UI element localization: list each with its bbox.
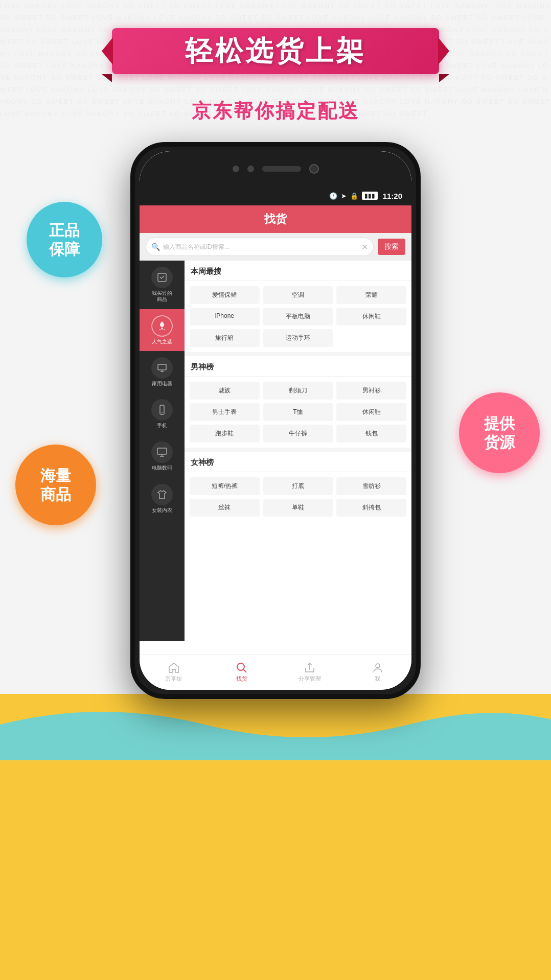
phone-speaker-grille — [262, 166, 301, 172]
tag-chiffon[interactable]: 雪纺衫 — [336, 477, 406, 495]
tag-running[interactable]: 跑步鞋 — [190, 425, 260, 442]
tag-casual-shoes2[interactable]: 休闲鞋 — [336, 403, 406, 421]
nav-share-icon — [304, 662, 316, 674]
status-battery-icon: ▮▮▮ — [362, 192, 378, 200]
ribbon-body: 轻松选货上架 — [112, 28, 439, 74]
nav-find-icon — [236, 662, 248, 674]
section-title-weekly: 本周最搜 — [185, 261, 411, 281]
sidebar-item-clothing[interactable]: 女装内衣 — [140, 478, 185, 520]
sidebar-item-popular[interactable]: 人气之选 — [140, 309, 185, 351]
phone-camera-lens — [309, 164, 319, 174]
svg-rect-4 — [158, 364, 166, 370]
tag-jeans[interactable]: 牛仔裤 — [263, 425, 333, 442]
main-content-area: 我买过的商品 人气之选 — [140, 261, 411, 641]
section-weekly-hot: 本周最搜 爱情保鲜 空调 荣耀 iPhone 平板电脑 休闲鞋 旅行箱 运动手环 — [185, 261, 411, 352]
bubble-tigong: 提供 货源 — [459, 392, 540, 473]
bubble-tigong-line1: 提供 — [484, 414, 515, 433]
search-input-placeholder: 输入商品名称或ID搜索... — [163, 243, 358, 251]
status-clock-icon: 🕐 — [329, 192, 337, 200]
search-bar[interactable]: 🔍 输入商品名称或ID搜索... ✕ 搜索 — [140, 233, 411, 261]
sidebar-icon-appliance — [151, 357, 173, 379]
svg-point-1 — [161, 328, 163, 330]
phone-top-bar — [140, 151, 411, 186]
tag-iphone[interactable]: iPhone — [190, 308, 260, 325]
banner-ribbon: 轻松选货上架 — [112, 28, 439, 79]
ribbon-fold-left — [102, 37, 113, 65]
women-list-tags: 短裤/热裤 打底 雪纺衫 丝袜 单鞋 斜挎包 — [185, 472, 411, 522]
tag-casual-shoes[interactable]: 休闲鞋 — [336, 308, 406, 325]
section-title-men: 男神榜 — [185, 356, 411, 377]
app-header: 找货 — [140, 205, 411, 233]
svg-point-8 — [162, 412, 163, 413]
tag-flats[interactable]: 单鞋 — [263, 499, 333, 517]
tag-aiqing[interactable]: 爱情保鲜 — [190, 286, 260, 304]
bubble-hailian-line1: 海量 — [40, 466, 71, 485]
bubble-tigong-line2: 货源 — [484, 433, 515, 452]
cyan-wave — [0, 694, 551, 760]
subtitle: 京东帮你搞定配送 — [192, 98, 359, 124]
bubble-zhengpin-line1: 正品 — [49, 221, 80, 240]
nav-home-icon — [168, 662, 180, 674]
svg-point-14 — [376, 664, 380, 668]
status-time: 11:20 — [383, 192, 402, 200]
section-title-women: 女神榜 — [185, 452, 411, 472]
sidebar-item-history[interactable]: 我买过的商品 — [140, 261, 185, 309]
svg-line-13 — [243, 669, 246, 672]
right-content: 本周最搜 爱情保鲜 空调 荣耀 iPhone 平板电脑 休闲鞋 旅行箱 运动手环 — [185, 261, 411, 641]
status-bar: 🕐 ➤ 🔒 ▮▮▮ 11:20 — [140, 186, 411, 205]
nav-item-home[interactable]: 京享街 — [140, 662, 208, 683]
tag-shirt[interactable]: 男衬衫 — [336, 382, 406, 400]
tag-band[interactable]: 运动手环 — [263, 329, 333, 347]
section-women-list: 女神榜 短裤/热裤 打底 雪纺衫 丝袜 单鞋 斜挎包 — [185, 452, 411, 522]
bubble-zhengpin-line2: 保障 — [49, 240, 80, 259]
nav-item-find[interactable]: 找货 — [208, 662, 276, 683]
tag-tshirt[interactable]: T恤 — [263, 403, 333, 421]
sidebar-icon-clothing — [151, 484, 173, 505]
search-icon: 🔍 — [151, 243, 160, 251]
nav-item-me[interactable]: 我 — [343, 662, 411, 683]
phone-outer-shell: 🕐 ➤ 🔒 ▮▮▮ 11:20 找货 🔍 输入商品名称或ID搜索... ✕ — [130, 142, 421, 699]
sidebar-item-appliance[interactable]: 家用电器 — [140, 351, 185, 393]
tag-luggage[interactable]: 旅行箱 — [190, 329, 260, 347]
bubble-hailian: 海量 商品 — [15, 445, 96, 525]
section-men-list: 男神榜 魅族 剃须刀 男衬衫 男士手表 T恤 休闲鞋 跑步鞋 牛仔裤 钱包 — [185, 356, 411, 448]
search-button[interactable]: 搜索 — [378, 239, 405, 255]
phone-screen: 🕐 ➤ 🔒 ▮▮▮ 11:20 找货 🔍 输入商品名称或ID搜索... ✕ — [140, 186, 411, 641]
sidebar-label-popular: 人气之选 — [152, 339, 172, 345]
ribbon-flap-right — [439, 74, 449, 82]
sidebar-item-mobile[interactable]: 手机 — [140, 393, 185, 435]
phone-dot-left — [233, 166, 239, 172]
divider-2 — [185, 448, 411, 452]
search-input-wrap[interactable]: 🔍 输入商品名称或ID搜索... ✕ — [146, 238, 374, 256]
tag-watch[interactable]: 男士手表 — [190, 403, 260, 421]
nav-find-label: 找货 — [236, 675, 247, 683]
phone-dot-mid — [247, 166, 254, 172]
tag-rongyao[interactable]: 荣耀 — [336, 286, 406, 304]
sidebar-icon-computer — [151, 441, 173, 463]
divider-1 — [185, 352, 411, 356]
tag-tablet[interactable]: 平板电脑 — [263, 308, 333, 325]
tag-kongtiao[interactable]: 空调 — [263, 286, 333, 304]
nav-me-label: 我 — [375, 675, 380, 683]
sidebar-label-history: 我买过的商品 — [152, 290, 172, 303]
sidebar-item-computer[interactable]: 电脑数码 — [140, 435, 185, 477]
tag-base[interactable]: 打底 — [263, 477, 333, 495]
tag-shorts[interactable]: 短裤/热裤 — [190, 477, 260, 495]
tag-stockings[interactable]: 丝袜 — [190, 499, 260, 517]
tag-wallet[interactable]: 钱包 — [336, 425, 406, 442]
sidebar-icon-mobile — [151, 399, 173, 421]
men-list-tags: 魅族 剃须刀 男衬衫 男士手表 T恤 休闲鞋 跑步鞋 牛仔裤 钱包 — [185, 377, 411, 448]
search-clear-icon[interactable]: ✕ — [361, 242, 368, 252]
tag-meizu[interactable]: 魅族 — [190, 382, 260, 400]
phone-mockup: 🕐 ➤ 🔒 ▮▮▮ 11:20 找货 🔍 输入商品名称或ID搜索... ✕ — [130, 142, 421, 699]
sidebar-icon-history — [151, 267, 173, 288]
tag-crossbody[interactable]: 斜挎包 — [336, 499, 406, 517]
tag-shaver[interactable]: 剃须刀 — [263, 382, 333, 400]
ribbon-fold-right — [438, 37, 449, 65]
nav-item-share[interactable]: 分享管理 — [276, 662, 343, 683]
sidebar-label-clothing: 女装内衣 — [152, 507, 172, 514]
sidebar-label-appliance: 家用电器 — [152, 381, 172, 387]
nav-home-label: 京享街 — [165, 675, 182, 683]
bottom-nav: 京享街 找货 分享管理 — [140, 654, 411, 690]
phone-inner-bezel: 🕐 ➤ 🔒 ▮▮▮ 11:20 找货 🔍 输入商品名称或ID搜索... ✕ — [140, 151, 411, 690]
